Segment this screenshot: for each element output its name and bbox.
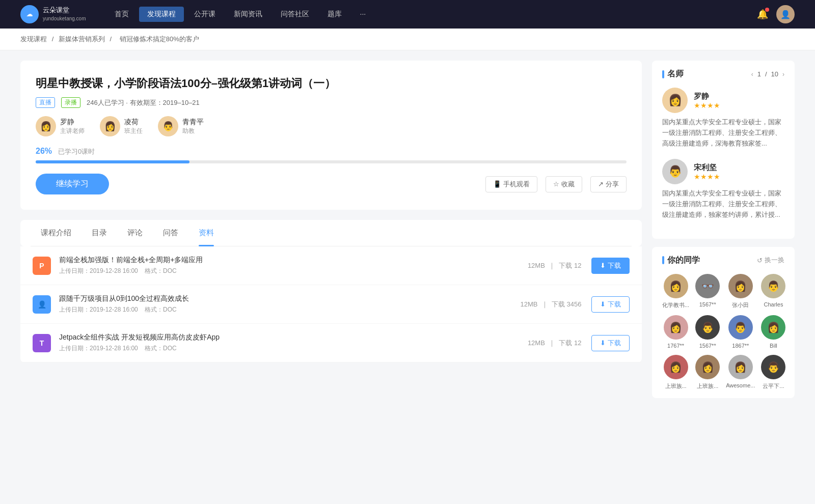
breadcrumb-link-2[interactable]: 新媒体营销系列: [59, 35, 105, 43]
resource-meta: 上传日期：2019-12-28 16:00 格式：DOC: [59, 344, 528, 353]
classmate-name: Awesome...: [726, 382, 755, 388]
nav-item-新闻资讯[interactable]: 新闻资讯: [226, 7, 270, 22]
teacher-avatar: 👨: [158, 116, 178, 136]
classmate-avatar: 👨: [761, 274, 785, 298]
classmate-item[interactable]: 👨 Charles: [761, 274, 785, 309]
right-panel: 名师 ‹ 1 / 10 › 👩 罗静 ★★★★ 国内某重点大学安全工程专业硕士，…: [652, 61, 795, 406]
navbar: ☁ 云朵课堂yundouketang.com 首页发现课程公开课新闻资讯问答社区…: [0, 0, 815, 29]
classmate-name: 上班族...: [665, 382, 687, 390]
classmate-name: 张小田: [732, 301, 749, 309]
classmate-item[interactable]: 👩 1767**: [662, 315, 689, 349]
next-page-btn[interactable]: ›: [782, 71, 784, 78]
refresh-btn[interactable]: ↺ 换一换: [757, 256, 784, 265]
refresh-label: 换一换: [765, 256, 784, 265]
nav-item-···[interactable]: ···: [352, 7, 374, 22]
nav-item-公开课[interactable]: 公开课: [186, 7, 224, 22]
classmates-panel: 你的同学 ↺ 换一换 👩 化学教书... 👓 1567** 👩 张小田 👨 Ch…: [652, 247, 795, 398]
resource-item: P 前端全栈加强版！前端全栈+全周期+多端应用 上传日期：2019-12-28 …: [20, 246, 642, 285]
classmate-avatar: 👩: [728, 274, 753, 298]
tab-目录[interactable]: 目录: [82, 220, 117, 246]
resource-meta: 上传日期：2019-12-28 16:00 格式：DOC: [59, 305, 520, 314]
classmate-item[interactable]: 👓 1567**: [695, 274, 720, 309]
resource-name: Jetpack全组件实战 开发短视频应用高仿皮皮虾App: [59, 333, 528, 342]
teachers-panel: 名师 ‹ 1 / 10 › 👩 罗静 ★★★★ 国内某重点大学安全工程专业硕士，…: [652, 61, 795, 239]
classmate-item[interactable]: 👩 上班族...: [662, 355, 689, 390]
tab-课程介绍[interactable]: 课程介绍: [31, 220, 82, 246]
classmate-avatar: 👨: [695, 315, 720, 340]
classmate-item[interactable]: 👩 Awesome...: [726, 355, 755, 390]
nav-item-首页[interactable]: 首页: [106, 7, 137, 22]
nav-right: 🔔 👤: [757, 5, 795, 23]
mobile-watch-btn[interactable]: 📱 手机观看: [485, 176, 537, 192]
teacher-info: 青青平 助教: [182, 118, 204, 135]
collect-label: 收藏: [561, 180, 575, 189]
classmate-item[interactable]: 👩 张小田: [726, 274, 755, 309]
course-title: 明星中教授课，小学阶段语法100分–强化级第1讲动词（一）: [36, 76, 627, 91]
logo[interactable]: ☁ 云朵课堂yundouketang.com: [20, 5, 86, 23]
resource-stats: 12MB ｜ 下载 12: [528, 261, 581, 270]
page-current: 1: [757, 70, 761, 78]
course-enrollment: 246人已学习 · 有效期至：2019–10–21: [87, 98, 200, 107]
resource-info: Jetpack全组件实战 开发短视频应用高仿皮皮虾App 上传日期：2019-1…: [59, 333, 528, 353]
page-total: 10: [771, 70, 778, 78]
resource-list: P 前端全栈加强版！前端全栈+全周期+多端应用 上传日期：2019-12-28 …: [20, 246, 642, 362]
course-header: 明星中教授课，小学阶段语法100分–强化级第1讲动词（一） 直播 录播 246人…: [20, 61, 642, 210]
nav-item-发现课程[interactable]: 发现课程: [139, 7, 184, 22]
resource-icon: T: [33, 334, 51, 352]
tc-desc: 国内某重点大学安全工程专业硕士，国家一级注册消防工程师、注册安全工程师、级注册建…: [662, 188, 784, 220]
share-icon: ↗: [598, 180, 604, 188]
download-btn[interactable]: ⬇ 下载: [591, 258, 630, 274]
nav-item-问答社区[interactable]: 问答社区: [273, 7, 317, 22]
teacher-name: 罗静: [60, 118, 85, 127]
collect-btn[interactable]: ☆ 收藏: [546, 176, 582, 192]
tc-avatar: 👨: [662, 159, 688, 184]
tab-评论[interactable]: 评论: [117, 220, 153, 246]
tc-desc: 国内某重点大学安全工程专业硕士，国家一级注册消防工程师、注册安全工程师、高级注册…: [662, 117, 784, 149]
resource-icon: 👤: [33, 295, 51, 314]
classmate-item[interactable]: 👨 1567**: [695, 315, 720, 349]
nav-item-题库[interactable]: 题库: [319, 7, 350, 22]
classmate-item[interactable]: 👨 1867**: [726, 315, 755, 349]
right-teachers-list: 👩 罗静 ★★★★ 国内某重点大学安全工程专业硕士，国家一级注册消防工程师、注册…: [662, 88, 784, 220]
main-container: 明星中教授课，小学阶段语法100分–强化级第1讲动词（一） 直播 录播 246人…: [0, 50, 815, 416]
download-btn[interactable]: ⬇ 下载: [591, 296, 630, 313]
prev-page-btn[interactable]: ‹: [751, 71, 753, 78]
course-tabs: 课程介绍目录评论问答资料: [20, 220, 642, 246]
classmate-item[interactable]: 👩 上班族...: [695, 355, 720, 390]
teacher-info: 凌荷 班主任: [124, 118, 143, 135]
breadcrumb-current: 销冠修炼术搞定80%的客户: [120, 35, 199, 43]
teacher-avatar: 👩: [36, 116, 56, 136]
resource-item: T Jetpack全组件实战 开发短视频应用高仿皮皮虾App 上传日期：2019…: [20, 324, 642, 362]
classmate-avatar: 👨: [728, 315, 753, 340]
course-meta: 直播 录播 246人已学习 · 有效期至：2019–10–21: [36, 97, 627, 108]
classmate-item[interactable]: 👩 化学教书...: [662, 274, 689, 309]
classmate-item[interactable]: 👨 云平下...: [761, 355, 785, 390]
nav-items: 首页发现课程公开课新闻资讯问答社区题库···: [106, 7, 757, 22]
tab-资料[interactable]: 资料: [188, 220, 224, 246]
left-panel: 明星中教授课，小学阶段语法100分–强化级第1讲动词（一） 直播 录播 246人…: [20, 61, 642, 406]
notification-dot: [765, 8, 769, 12]
user-avatar[interactable]: 👤: [776, 5, 795, 23]
download-btn[interactable]: ⬇ 下载: [591, 335, 630, 351]
breadcrumb-link[interactable]: 发现课程: [20, 35, 47, 43]
teacher-avatar: 👩: [100, 116, 120, 136]
classmate-name: 1567**: [699, 343, 716, 349]
resource-stats: 12MB ｜ 下载 12: [528, 339, 581, 348]
classmate-avatar: 👩: [664, 315, 688, 340]
share-btn[interactable]: ↗ 分享: [590, 176, 627, 192]
tag-live: 直播: [36, 97, 55, 108]
bell-icon[interactable]: 🔔: [757, 9, 768, 20]
tab-问答[interactable]: 问答: [153, 220, 188, 246]
classmate-name: 上班族...: [697, 382, 718, 390]
classmate-item[interactable]: 👩 Bill: [761, 315, 785, 349]
classmate-name: Charles: [764, 301, 783, 307]
classmate-avatar: 👨: [761, 355, 785, 379]
logo-text: 云朵课堂yundouketang.com: [43, 6, 86, 22]
classmate-avatar: 👩: [728, 355, 753, 379]
breadcrumb: 发现课程 / 新媒体营销系列 / 销冠修炼术搞定80%的客户: [0, 29, 815, 50]
teacher-name: 青青平: [182, 118, 204, 127]
continue-button[interactable]: 继续学习: [36, 174, 109, 194]
resource-name: 跟随千万级项目从0到100全过程高效成长: [59, 294, 520, 303]
tc-name: 宋利坚: [694, 163, 720, 173]
resource-stats: 12MB ｜ 下载 3456: [520, 300, 581, 309]
